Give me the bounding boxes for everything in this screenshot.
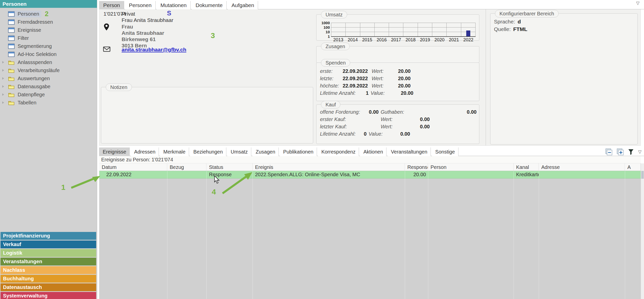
stat-value: 20.00 <box>385 76 411 81</box>
config-area-box: Konfigurierbarer Bereich Sprache: d Quel… <box>490 13 638 144</box>
sidebar-item-label: Datenausgabe <box>18 84 50 89</box>
tab-aktionen[interactable]: Aktionen <box>360 147 386 156</box>
field-value: FTML <box>513 26 527 32</box>
email-icon <box>103 46 111 52</box>
sidebar-item-filter[interactable]: Filter <box>0 34 97 42</box>
chevron-down-icon[interactable]: ▽ <box>636 1 639 6</box>
expander-icon[interactable] <box>2 61 4 64</box>
column-separator <box>405 171 405 299</box>
stat-date: 22.09.2022 <box>343 83 372 89</box>
module-buchhaltung[interactable]: Buchhaltung <box>1 275 96 283</box>
tab-aufgaben[interactable]: Aufgaben <box>228 1 258 9</box>
column-header-status[interactable]: Status <box>206 163 253 171</box>
field-label: Quelle: <box>494 26 511 32</box>
sidebar-item-label: Filter <box>18 35 29 41</box>
column-header-adresse[interactable]: Adresse <box>539 163 625 171</box>
notizen-legend: Notizen <box>106 83 132 91</box>
sidebar-item-fremdadressen[interactable]: Fremdadressen <box>0 18 97 26</box>
module-systemverwaltung[interactable]: Systemverwaltung <box>1 292 96 299</box>
module-veranstaltungen[interactable]: Veranstaltungen <box>1 258 96 265</box>
collapse-all-icon[interactable] <box>605 148 612 155</box>
sidebar-item-label: Verarbeitungsläufe <box>18 68 60 73</box>
address-line: Birkenweg 61 <box>122 36 164 42</box>
tab-merkmale[interactable]: Merkmale <box>160 147 189 156</box>
stat-label: Wert: <box>381 116 406 122</box>
umsatz-box: Umsatz 1000 100 10 1 <box>316 14 479 41</box>
zusagen-legend: Zusagen <box>321 43 350 50</box>
tab-person[interactable]: Person <box>99 1 124 9</box>
kauf-row-lifetime: Lifetime Anzahl: 0 Value: 0.00 <box>320 131 477 138</box>
main-tab-bar: Person Personen Mutationen Dokumente Auf… <box>99 1 644 9</box>
sidebar-item-ereignisse[interactable]: Ereignisse <box>0 26 97 34</box>
annotation-number-3: 3 <box>211 31 215 40</box>
chart-column <box>346 23 360 36</box>
sidebar: Personen Personen 2 Fremdadressen Ereign… <box>0 0 97 299</box>
vertical-scrollbar[interactable] <box>641 163 644 299</box>
sidebar-item-auswertungen[interactable]: Auswertungen <box>0 74 97 82</box>
sidebar-item-datenausgabe[interactable]: Datenausgabe <box>0 82 97 91</box>
x-axis-tick: 2016 <box>374 37 389 43</box>
horizontal-splitter[interactable]: • • • <box>99 146 644 147</box>
tab-zusagen[interactable]: Zusagen <box>253 147 279 156</box>
tab-korrespondenz[interactable]: Korrespondenz <box>318 147 359 156</box>
stat-label: letzter Kauf: <box>320 124 367 130</box>
column-header-response[interactable]: Response <box>405 163 428 171</box>
module-datenaustausch[interactable]: Datenaustausch <box>1 283 96 291</box>
chevron-down-icon[interactable]: ▽ <box>638 149 641 155</box>
module-projektfinanzierung[interactable]: Projektfinanzierung <box>1 232 96 240</box>
umsatz-legend: Umsatz <box>321 11 347 18</box>
sidebar-item-adhoc-selektion[interactable]: Ad-Hoc Selektion <box>0 50 97 58</box>
x-axis-labels: 2013 2014 2015 2016 2017 2018 2019 2020 … <box>331 37 476 43</box>
sidebar-item-label: Fremdadressen <box>18 19 53 25</box>
expander-icon[interactable] <box>2 85 4 88</box>
column-header-ereignis[interactable]: Ereignis <box>253 163 405 171</box>
column-header-datum[interactable]: Datum <box>99 163 167 171</box>
tab-veranstaltungen[interactable]: Veranstaltungen <box>388 147 431 156</box>
expander-icon[interactable] <box>2 101 4 104</box>
column-header-person[interactable]: Person <box>428 163 514 171</box>
tab-beziehungen[interactable]: Beziehungen <box>190 147 226 156</box>
module-nachlass[interactable]: Nachlass <box>1 266 96 274</box>
expander-icon[interactable] <box>2 69 4 72</box>
chart-column <box>432 23 447 36</box>
document-icon <box>8 44 15 49</box>
filter-icon[interactable] <box>628 149 634 155</box>
expand-all-icon[interactable] <box>617 148 624 155</box>
tab-sonstige[interactable]: Sonstige <box>432 147 458 156</box>
sidebar-item-anlassspenden[interactable]: Anlassspenden <box>0 58 97 66</box>
stat-label: Value: <box>371 90 387 96</box>
tab-dokumente[interactable]: Dokumente <box>192 1 227 9</box>
expander-icon[interactable] <box>2 77 4 80</box>
field-value: d <box>518 19 521 25</box>
tab-umsatz[interactable]: Umsatz <box>227 147 251 156</box>
person-email-link[interactable]: anita.straubhaar@gfbv.ch <box>122 47 186 53</box>
sidebar-item-tabellen[interactable]: Tabellen <box>0 99 97 107</box>
stat-value: 0.00 <box>406 116 430 122</box>
tab-publikationen[interactable]: Publikationen <box>280 147 317 156</box>
column-header-bezug[interactable]: Bezug <box>167 163 206 171</box>
annotation-number-2: 2 <box>45 10 49 18</box>
sidebar-item-verarbeitungslaeufe[interactable]: Verarbeitungsläufe <box>0 66 97 74</box>
spenden-legend: Spenden <box>321 59 350 67</box>
notizen-content[interactable] <box>105 91 309 140</box>
column-header-kanal[interactable]: Kanal <box>514 163 539 171</box>
tab-ereignisse[interactable]: Ereignisse <box>99 147 130 156</box>
expander-icon[interactable] <box>2 93 4 96</box>
sidebar-item-datenpflege[interactable]: Datenpflege <box>0 91 97 99</box>
tab-mutationen[interactable]: Mutationen <box>157 1 191 9</box>
tab-personen[interactable]: Personen <box>125 1 156 9</box>
events-context-label: Ereignisse zu Person: 1'021'074 <box>99 156 641 163</box>
x-axis-tick: 2022 <box>461 37 476 43</box>
stat-label: erste: <box>320 68 343 74</box>
column-separator <box>428 171 428 299</box>
detail-tab-bar: Ereignisse Adressen Merkmale Beziehungen… <box>99 147 644 156</box>
scrollbar-thumb[interactable] <box>641 171 644 179</box>
column-header-a[interactable]: A <box>625 163 641 171</box>
module-logistik[interactable]: Logistik <box>1 249 96 257</box>
table-row[interactable]: 22.09.2022 Response 2022.Spenden.ALLG: O… <box>99 171 641 178</box>
tab-adressen[interactable]: Adressen <box>131 147 159 156</box>
cell-adresse <box>539 171 625 178</box>
module-verkauf[interactable]: Verkauf <box>1 241 96 248</box>
sidebar-item-segmentierung[interactable]: Segmentierung <box>0 42 97 50</box>
sidebar-item-personen[interactable]: Personen 2 <box>0 10 97 18</box>
